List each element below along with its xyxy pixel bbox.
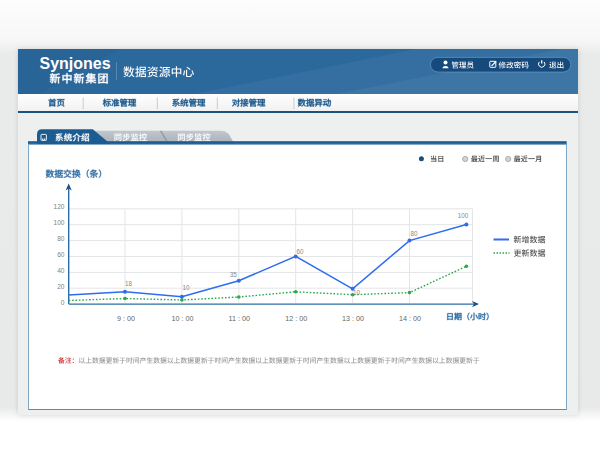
svg-text:10: 10 bbox=[353, 289, 361, 296]
svg-text:12 : 00: 12 : 00 bbox=[285, 314, 307, 323]
svg-text:60: 60 bbox=[57, 251, 65, 258]
svg-text:10 : 00: 10 : 00 bbox=[171, 314, 193, 323]
svg-text:100: 100 bbox=[458, 212, 469, 219]
svg-text:80: 80 bbox=[57, 235, 65, 242]
svg-text:10: 10 bbox=[182, 284, 190, 291]
svg-text:13 : 00: 13 : 00 bbox=[342, 314, 364, 323]
svg-text:11 : 00: 11 : 00 bbox=[229, 314, 250, 323]
svg-text:Synjones: Synjones bbox=[40, 55, 111, 72]
svg-text:18: 18 bbox=[125, 280, 133, 287]
svg-text:40: 40 bbox=[57, 267, 65, 274]
svg-text:120: 120 bbox=[53, 203, 64, 210]
svg-text:35: 35 bbox=[230, 271, 238, 278]
svg-text:80: 80 bbox=[410, 230, 418, 237]
svg-text:60: 60 bbox=[296, 248, 304, 255]
svg-text:100: 100 bbox=[53, 219, 64, 226]
svg-text:9 : 00: 9 : 00 bbox=[117, 314, 135, 323]
svg-text:14 : 00: 14 : 00 bbox=[399, 314, 421, 323]
svg-text:0: 0 bbox=[61, 299, 65, 306]
svg-text:20: 20 bbox=[57, 283, 65, 290]
